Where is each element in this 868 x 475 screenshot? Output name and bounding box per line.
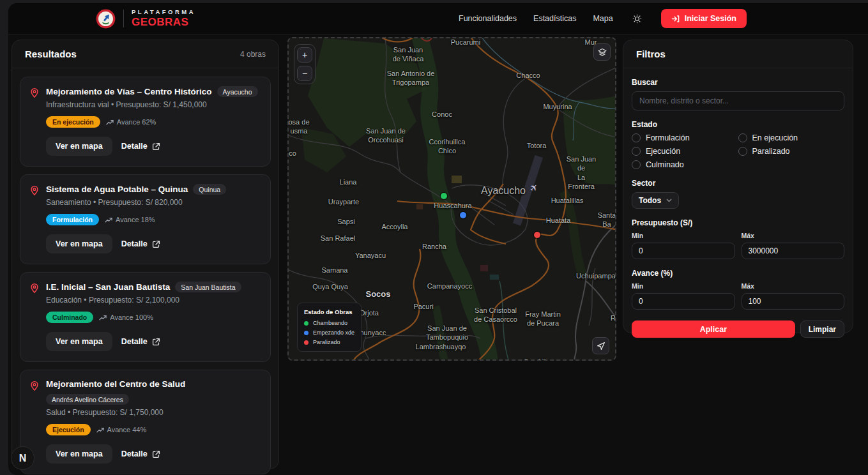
app-window: PLATAFORMA GEOBRAS Funcionalidades Estad… <box>8 3 868 475</box>
checkbox-circle-icon[interactable] <box>738 133 747 142</box>
view-on-map-button[interactable]: Ver en mapa <box>46 444 112 464</box>
obra-marker[interactable] <box>460 212 466 218</box>
detail-label: Detalle <box>121 239 148 248</box>
map-container[interactable]: PucarumiMurSan Juan de ViñacaSan Antonio… <box>287 37 616 361</box>
legend-item: Chambeando <box>304 320 354 326</box>
apply-filters-button[interactable]: Aplicar <box>632 320 795 338</box>
nav-link[interactable]: Estadísticas <box>533 14 576 23</box>
district-chip: Andrés Avelino Cáceres <box>46 394 129 405</box>
status-badge: Formulación <box>46 214 99 225</box>
avance-indicator: Avance 62% <box>106 118 156 126</box>
brand: PLATAFORMA GEOBRAS <box>96 8 195 29</box>
sector-select[interactable]: Todos <box>632 192 679 209</box>
presupuesto-label: Presupuesto (S/) <box>632 218 844 227</box>
legend-title: Estado de Obras <box>304 308 354 315</box>
detail-button[interactable]: Detalle <box>121 239 160 248</box>
estado-checkbox[interactable]: En ejecución <box>738 133 845 142</box>
estado-option-label: Formulación <box>646 133 690 142</box>
obra-card: Mejoramiento de Vías – Centro Histórico … <box>20 77 271 167</box>
avance-indicator: Avance 44% <box>96 426 147 434</box>
presupuesto-min-input[interactable] <box>632 243 735 259</box>
legend-item: Paralizado <box>304 339 354 345</box>
view-on-map-button[interactable]: Ver en mapa <box>46 137 112 156</box>
legend-dot-icon <box>304 321 308 326</box>
nav-link[interactable]: Funcionalidades <box>459 14 517 23</box>
clear-filters-button[interactable]: Limpiar <box>800 320 844 338</box>
presupuesto-max-label: Máx <box>742 232 845 239</box>
layers-button[interactable] <box>593 43 611 61</box>
obra-card: I.E. Inicial – San Juan Bautista San Jua… <box>20 272 271 362</box>
checkbox-circle-icon[interactable] <box>632 160 641 169</box>
municipality-logo-icon <box>96 9 116 29</box>
filters-panel: Filtros Buscar Estado Formulación En eje… <box>623 40 853 333</box>
checkbox-circle-icon[interactable] <box>738 147 747 156</box>
map-zoom-controls: + − <box>294 44 316 84</box>
top-navbar: PLATAFORMA GEOBRAS Funcionalidades Estad… <box>8 3 868 34</box>
obra-meta: Salud • Presupuesto: S/ 1,750,000 <box>46 408 261 417</box>
checkbox-circle-icon[interactable] <box>632 133 641 142</box>
nextjs-dev-badge[interactable]: N <box>11 446 34 470</box>
obra-card: Mejoramiento del Centro de Salud Andrés … <box>20 370 271 474</box>
external-link-icon <box>152 142 160 151</box>
detail-label: Detalle <box>121 142 148 151</box>
avance-indicator: Avance 18% <box>105 216 155 223</box>
brand-platform-text: PLATAFORMA <box>132 8 195 15</box>
chevron-down-icon <box>666 199 672 202</box>
view-on-map-button[interactable]: Ver en mapa <box>46 332 112 351</box>
trending-up-icon <box>105 216 112 223</box>
detail-button[interactable]: Detalle <box>121 142 160 151</box>
obra-marker[interactable] <box>441 193 447 199</box>
estado-option-label: Paralizado <box>752 147 790 156</box>
locate-button[interactable] <box>592 337 609 354</box>
navigation-arrow-icon <box>597 342 605 351</box>
estado-checkbox[interactable]: Culminado <box>632 160 738 169</box>
login-arrow-icon <box>671 15 680 23</box>
obra-meta: Educación • Presupuesto: S/ 2,100,000 <box>46 296 261 305</box>
search-input[interactable] <box>632 91 844 110</box>
map-legend: Estado de Obras Chambeando Empezando xde… <box>297 303 362 352</box>
estado-label: Estado <box>632 120 844 129</box>
search-label: Buscar <box>632 78 844 87</box>
sector-label: Sector <box>632 179 844 188</box>
results-title: Resultados <box>25 49 77 59</box>
avance-max-input[interactable] <box>742 293 845 310</box>
legend-item: Empezando xde <box>304 329 354 336</box>
detail-button[interactable]: Detalle <box>121 337 160 346</box>
nav-link[interactable]: Mapa <box>593 14 613 23</box>
avance-min-input[interactable] <box>632 293 735 310</box>
obra-meta: Infraestructura vial • Presupuesto: S/ 1… <box>46 100 261 109</box>
sector-selected-value: Todos <box>639 196 661 205</box>
results-count: 4 obras <box>240 50 266 59</box>
map-pin-icon <box>29 283 40 351</box>
obra-marker[interactable] <box>534 232 540 238</box>
legend-item-label: Empezando xde <box>313 329 354 336</box>
legend-dot-icon <box>304 340 308 345</box>
presupuesto-max-input[interactable] <box>742 243 845 259</box>
map-pin-icon <box>29 185 40 253</box>
status-badge: Culminado <box>46 312 93 323</box>
estado-option-label: Ejecución <box>646 147 680 156</box>
status-badge: En ejecución <box>46 116 100 128</box>
zoom-in-button[interactable]: + <box>297 47 312 63</box>
login-button[interactable]: Iniciar Sesión <box>661 9 747 28</box>
zoom-out-button[interactable]: − <box>297 66 312 81</box>
legend-item-label: Paralizado <box>313 339 340 345</box>
estado-checkbox[interactable]: Ejecución <box>632 147 738 156</box>
checkbox-circle-icon[interactable] <box>632 147 641 156</box>
detail-button[interactable]: Detalle <box>121 449 160 458</box>
avance-text: Avance 100% <box>110 313 153 321</box>
avance-indicator: Avance 100% <box>99 313 153 321</box>
external-link-icon <box>152 240 160 248</box>
obra-title: Sistema de Agua Potable – Quinua <box>46 185 188 194</box>
view-on-map-button[interactable]: Ver en mapa <box>46 234 112 253</box>
estado-checkbox[interactable]: Paralizado <box>738 147 845 156</box>
theme-toggle-button[interactable] <box>630 11 644 26</box>
estado-checkbox[interactable]: Formulación <box>632 133 738 142</box>
district-chip: Ayacucho <box>217 86 258 97</box>
avance-text: Avance 44% <box>107 426 147 434</box>
results-header: Resultados 4 obras <box>12 40 278 68</box>
map-viewport[interactable]: PucarumiMurSan Juan de ViñacaSan Antonio… <box>289 38 615 359</box>
trending-up-icon <box>99 314 107 321</box>
layers-icon <box>598 48 607 57</box>
obra-title: I.E. Inicial – San Juan Bautista <box>46 282 170 292</box>
